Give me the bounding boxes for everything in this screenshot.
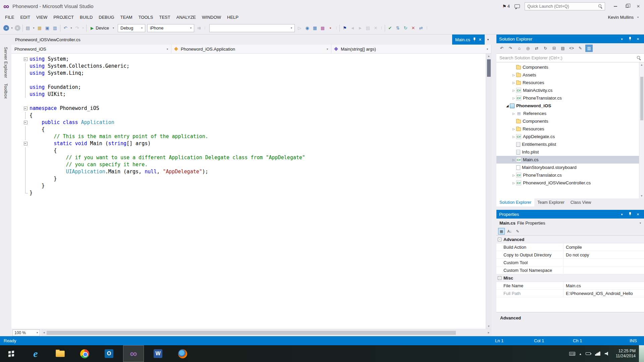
open-file-icon[interactable]: ▦ xyxy=(36,24,43,32)
tree-scroll-thumb[interactable] xyxy=(640,77,643,120)
expand-arrow-icon[interactable]: ▷ xyxy=(511,158,516,162)
menu-analyze[interactable]: ANALYZE xyxy=(173,12,199,22)
close-tab-icon[interactable]: ✕ xyxy=(479,38,482,42)
word-button[interactable]: W xyxy=(148,345,168,362)
tree-scrollbar[interactable]: ▲ ▼ xyxy=(639,62,644,198)
redo-icon[interactable]: ↷ xyxy=(73,24,81,32)
scroll-up-icon[interactable]: ▲ xyxy=(639,62,644,67)
close-button[interactable]: ✕ xyxy=(633,2,644,10)
menu-view[interactable]: VIEW xyxy=(33,12,50,22)
close-icon[interactable]: ✕ xyxy=(635,211,641,218)
property-value[interactable]: Compile xyxy=(564,243,644,251)
compare-icon[interactable]: ⇄ xyxy=(417,24,425,32)
stop-icon[interactable]: ▪ xyxy=(327,24,334,32)
property-pages-icon[interactable]: ✎ xyxy=(514,228,521,235)
menu-test[interactable]: TEST xyxy=(156,12,173,22)
tree-item-entitlements-plist[interactable]: Entitlements.plist xyxy=(496,140,644,148)
sync-icon[interactable]: ↻ xyxy=(402,24,409,32)
categorized-icon[interactable]: ▦ xyxy=(498,228,505,235)
history-overflow-icon[interactable]: ⋮ xyxy=(425,24,429,32)
user-menu[interactable]: Kevin Mullins ▾ xyxy=(608,15,639,20)
tree-item-appdelegate-cs[interactable]: ▷C#AppDelegate.cs xyxy=(496,133,644,140)
navigate-backward-icon[interactable]: ◄ xyxy=(3,25,9,31)
data-table-icon[interactable]: ▩ xyxy=(319,24,326,32)
scroll-down-icon[interactable]: ▼ xyxy=(486,324,491,329)
expand-arrow-icon[interactable]: ▷ xyxy=(511,174,516,177)
expand-arrow-icon[interactable]: ▷ xyxy=(511,97,516,100)
new-file-caret-icon[interactable]: ▾ xyxy=(32,24,36,32)
pin-icon[interactable] xyxy=(627,36,633,42)
show-hidden-icon[interactable]: ▴ xyxy=(580,352,581,356)
attach-to-process-icon[interactable]: ⇉ xyxy=(195,24,203,32)
expand-arrow-icon[interactable]: ▷ xyxy=(511,135,516,138)
feedback-icon[interactable] xyxy=(515,4,520,8)
minimize-button[interactable] xyxy=(610,2,621,10)
property-category-advanced[interactable]: -Advanced xyxy=(496,236,644,243)
undo-checkout-icon[interactable]: ✕ xyxy=(410,24,417,32)
menu-edit[interactable]: EDIT xyxy=(17,12,33,22)
network-icon[interactable] xyxy=(595,352,600,356)
pin-icon[interactable] xyxy=(473,38,476,42)
tree-item-phoneword-iosviewcontroller-cs[interactable]: ▷C#Phoneword_iOSViewController.cs xyxy=(496,179,644,187)
bookmark-overflow-icon[interactable]: ⋮ xyxy=(380,24,383,32)
project-dropdown[interactable]: Phoneword_iOS ▾ xyxy=(11,45,171,53)
tab-main-cs-preview[interactable]: Main.cs ✕ xyxy=(452,35,485,45)
clear-bookmarks-icon[interactable]: ✕ xyxy=(372,24,379,32)
start-debugging-button[interactable]: ▶ Device ▾ xyxy=(88,24,117,33)
restore-button[interactable] xyxy=(621,2,633,10)
close-icon[interactable]: ✕ xyxy=(635,36,641,42)
expand-arrow-icon[interactable]: ▷ xyxy=(511,181,516,185)
collapse-icon[interactable]: - xyxy=(498,238,501,241)
property-value[interactable] xyxy=(564,266,644,274)
find-dropdown[interactable]: ▾ xyxy=(209,24,295,32)
fold-collapse-icon[interactable] xyxy=(21,56,30,63)
outlook-button[interactable]: O xyxy=(99,345,119,362)
tab-phoneword-iosviewcontroller-cs[interactable]: Phoneword_iOSViewController.cs xyxy=(11,35,84,45)
vertical-scroll-thumb[interactable] xyxy=(487,59,491,77)
start-button[interactable] xyxy=(1,345,21,362)
tree-item-resources[interactable]: ▷Resources xyxy=(496,79,644,86)
document-list-dropdown[interactable]: ▾ xyxy=(485,35,491,45)
code-editor[interactable]: using System;using System.Collections.Ge… xyxy=(11,54,486,329)
property-full-path[interactable]: Full PathE:\Phoneword_iOS_Android_Hello xyxy=(496,290,644,297)
tree-item-mainactivity-cs[interactable]: ▷C#MainActivity.cs xyxy=(496,86,644,94)
fold-collapse-icon[interactable] xyxy=(21,105,30,112)
chrome-button[interactable] xyxy=(74,345,95,362)
se-view-code-icon[interactable]: <> xyxy=(568,45,575,52)
se-sync-with-active-document-icon[interactable]: ⇄ xyxy=(533,45,540,52)
toolbar-options-icon[interactable]: ⋮ xyxy=(203,24,207,32)
server-explorer-tab[interactable]: Server Explorer xyxy=(3,47,8,78)
panel-menu-icon[interactable]: ▾ xyxy=(619,211,625,218)
property-custom-tool[interactable]: Custom Tool xyxy=(496,259,644,266)
se-refresh-icon[interactable]: ↻ xyxy=(542,45,549,52)
tool-tab-team-explorer[interactable]: Team Explorer xyxy=(534,198,568,206)
property-file-name[interactable]: File NameMain.cs xyxy=(496,282,644,290)
expand-arrow-icon[interactable]: ◢ xyxy=(505,104,510,108)
property-value[interactable]: Main.cs xyxy=(564,282,644,289)
menu-debug[interactable]: DEBUG xyxy=(96,12,117,22)
class-dropdown[interactable]: Phoneword_iOS.Application ▾ xyxy=(171,45,331,53)
firefox-button[interactable] xyxy=(172,345,193,362)
tree-item-phonetranslator-cs[interactable]: ▷C#PhoneTranslator.cs xyxy=(496,171,644,179)
menu-file[interactable]: FILE xyxy=(2,12,17,22)
scroll-left-icon[interactable]: ◄ xyxy=(41,330,47,335)
tree-item-resources[interactable]: ▷Resources xyxy=(496,125,644,133)
horizontal-scroll-thumb[interactable] xyxy=(47,331,456,335)
bookmark-folder-icon[interactable]: ▤ xyxy=(364,24,372,32)
se-collapse-all-icon[interactable]: ⊟ xyxy=(550,45,558,52)
panel-splitter[interactable] xyxy=(496,206,644,210)
pin-icon[interactable] xyxy=(627,211,633,218)
se-scope-icon[interactable]: ◎ xyxy=(524,45,532,52)
next-bookmark-icon[interactable]: ► xyxy=(357,24,364,32)
tree-item-info-plist[interactable]: Info.plist xyxy=(496,148,644,156)
tree-item-phonetranslator-cs[interactable]: ▷C#PhoneTranslator.cs xyxy=(496,94,644,102)
quick-launch-box[interactable]: Quick Launch (Ctrl+Q) xyxy=(525,2,605,10)
visual-studio-button[interactable]: ∞ xyxy=(123,345,144,362)
member-dropdown[interactable]: Main(string[] args) ▾ xyxy=(331,45,491,53)
tree-item-assets[interactable]: ▷Assets xyxy=(496,71,644,79)
undo-icon[interactable]: ↶ xyxy=(62,24,69,32)
menu-window[interactable]: WINDOW xyxy=(199,12,224,22)
scroll-up-icon[interactable]: ▲ xyxy=(486,54,491,59)
group-overflow-icon[interactable]: ⋮ xyxy=(334,24,338,32)
redo-caret-icon[interactable]: ▾ xyxy=(81,24,85,32)
